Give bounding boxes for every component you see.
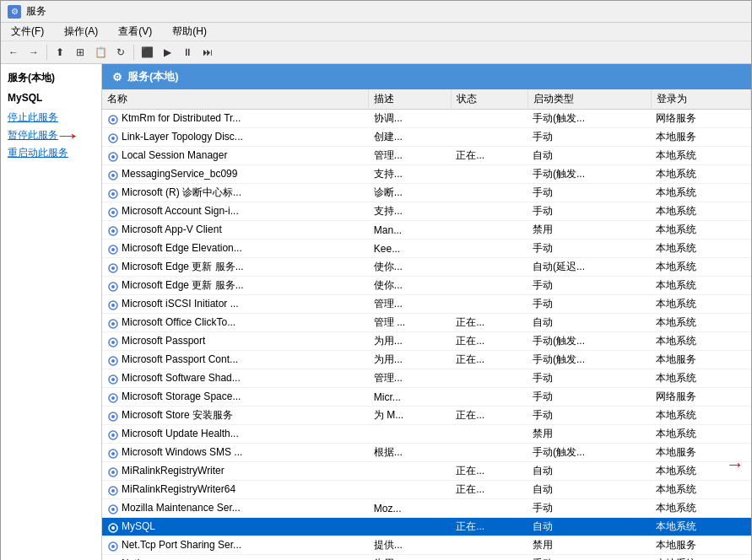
table-row[interactable]: Microsoft iSCSI Initiator ...管理...手动本地系统 bbox=[102, 295, 751, 314]
service-startup-cell: 自动(延迟... bbox=[527, 258, 651, 277]
service-name-cell: MySQL bbox=[102, 518, 369, 536]
table-row[interactable]: MiRalinkRegistryWriter64正在...自动本地系统 bbox=[102, 481, 751, 499]
service-startup-cell: 手动 bbox=[527, 369, 651, 388]
service-status-cell bbox=[451, 184, 527, 202]
svg-point-31 bbox=[111, 396, 115, 400]
pause-button[interactable]: ⏸ bbox=[178, 43, 197, 62]
table-row[interactable]: Microsoft Storage Space...Micr...手动网络服务 bbox=[102, 388, 751, 407]
service-login-cell: 本地系统 bbox=[651, 202, 750, 221]
table-row[interactable]: Local Session Manager管理...正在...自动本地系统 bbox=[102, 147, 751, 165]
col-startup[interactable]: 启动类型 bbox=[527, 89, 651, 110]
pause-service-link[interactable]: 暂停此服务 bbox=[8, 128, 95, 143]
show-map-button[interactable]: ⊞ bbox=[71, 43, 89, 62]
service-name-cell: Microsoft Store 安装服务 bbox=[102, 407, 369, 425]
up-button[interactable]: ⬆ bbox=[51, 43, 69, 62]
svg-point-23 bbox=[111, 322, 115, 326]
table-row[interactable]: MessagingService_bc099支持...手动(触发...本地系统 bbox=[102, 165, 751, 184]
service-login-cell: 本地系统 bbox=[651, 499, 750, 518]
table-row[interactable]: Microsoft Passport为用...正在...手动(触发...本地系统 bbox=[102, 332, 751, 351]
refresh-button[interactable]: ↻ bbox=[111, 43, 130, 62]
table-row[interactable]: Microsoft Passport Cont...为用...正在...手动(触… bbox=[102, 351, 751, 369]
svg-point-25 bbox=[111, 341, 115, 344]
service-icon bbox=[107, 521, 119, 533]
service-status-cell: 正在... bbox=[451, 481, 527, 499]
table-row[interactable]: MiRalinkRegistryWriter正在...自动本地系统 bbox=[102, 462, 751, 481]
arrow-right-indicator: → bbox=[726, 454, 744, 476]
service-desc-cell: 管理 ... bbox=[369, 314, 451, 332]
svg-point-29 bbox=[111, 378, 115, 381]
service-name-cell: Local Session Manager bbox=[102, 147, 369, 165]
table-row[interactable]: Microsoft App-V ClientMan...禁用本地系统 bbox=[102, 221, 751, 240]
service-desc-cell: 使你... bbox=[369, 258, 451, 277]
menu-action[interactable]: 操作(A) bbox=[61, 24, 101, 39]
play-button[interactable]: ▶ bbox=[158, 43, 176, 62]
service-status-cell bbox=[451, 240, 527, 258]
svg-point-21 bbox=[111, 304, 115, 307]
table-row[interactable]: MySQL正在...自动本地系统 bbox=[102, 518, 751, 536]
stop-service-link[interactable]: 停止此服务 bbox=[8, 110, 95, 125]
menu-bar: 文件(F) 操作(A) 查看(V) 帮助(H) bbox=[1, 23, 751, 41]
service-icon bbox=[107, 373, 119, 385]
restart-button[interactable]: ⏭ bbox=[198, 43, 217, 62]
service-name-cell: MiRalinkRegistryWriter bbox=[102, 462, 369, 481]
stop-button[interactable]: ⬛ bbox=[138, 43, 156, 62]
table-row[interactable]: KtmRm for Distributed Tr...协调...手动(触发...… bbox=[102, 110, 751, 128]
col-name[interactable]: 名称 bbox=[102, 89, 369, 110]
svg-point-45 bbox=[111, 526, 115, 530]
service-desc-cell: 提供... bbox=[369, 536, 451, 555]
service-login-cell: 本地系统 bbox=[651, 184, 750, 202]
service-desc-cell: 支持... bbox=[369, 165, 451, 184]
service-status-cell: 正在... bbox=[451, 314, 527, 332]
service-login-cell: 本地系统 bbox=[651, 258, 750, 277]
table-row[interactable]: Microsoft Update Health...禁用本地系统 bbox=[102, 425, 751, 444]
table-row[interactable]: Link-Layer Topology Disc...创建...手动本地服务 bbox=[102, 128, 751, 147]
table-row[interactable]: Netlogon为用...手动本地系统 bbox=[102, 555, 751, 561]
menu-help[interactable]: 帮助(H) bbox=[169, 24, 210, 39]
col-login[interactable]: 登录为 bbox=[651, 89, 750, 110]
service-login-cell: 本地系统 bbox=[651, 147, 750, 165]
forward-button[interactable]: → bbox=[24, 43, 43, 62]
service-status-cell bbox=[451, 536, 527, 555]
service-startup-cell: 手动 bbox=[527, 202, 651, 221]
table-row[interactable]: Net.Tcp Port Sharing Ser...提供...禁用本地服务 bbox=[102, 536, 751, 555]
svg-point-13 bbox=[111, 229, 115, 233]
svg-point-27 bbox=[111, 359, 115, 363]
service-login-cell: 本地系统 bbox=[651, 314, 750, 332]
table-row[interactable]: Microsoft Edge Elevation...Kee...手动本地系统 bbox=[102, 240, 751, 258]
col-desc[interactable]: 描述 bbox=[369, 89, 451, 110]
service-startup-cell: 手动 bbox=[527, 240, 651, 258]
table-row[interactable]: Microsoft Software Shad...管理...手动本地系统 bbox=[102, 369, 751, 388]
service-name-cell: Microsoft Account Sign-i... bbox=[102, 202, 369, 221]
service-login-cell: 本地系统 bbox=[651, 425, 750, 444]
back-button[interactable]: ← bbox=[4, 43, 23, 62]
service-desc-cell: 使你... bbox=[369, 277, 451, 295]
table-row[interactable]: Microsoft Windows SMS ...根据...手动(触发...本地… bbox=[102, 444, 751, 462]
table-row[interactable]: Microsoft Edge 更新 服务...使你...手动本地系统 bbox=[102, 277, 751, 295]
svg-point-37 bbox=[111, 452, 115, 455]
service-status-cell bbox=[451, 444, 527, 462]
service-name-cell: Microsoft Passport Cont... bbox=[102, 351, 369, 369]
table-row[interactable]: Microsoft Account Sign-i...支持...手动本地系统 bbox=[102, 202, 751, 221]
service-desc-cell bbox=[369, 462, 451, 481]
menu-view[interactable]: 查看(V) bbox=[115, 24, 155, 39]
table-header-row: 名称 描述 状态 启动类型 登录为 bbox=[102, 89, 751, 110]
menu-file[interactable]: 文件(F) bbox=[8, 24, 47, 39]
toolbar-sep-1 bbox=[46, 45, 47, 60]
properties-button[interactable]: 📋 bbox=[91, 43, 110, 62]
restart-service-link[interactable]: 重启动此服务 bbox=[8, 146, 95, 160]
table-row[interactable]: Microsoft (R) 诊断中心标...诊断...手动本地系统 bbox=[102, 184, 751, 202]
service-login-cell: 本地系统 bbox=[651, 369, 750, 388]
service-status-cell bbox=[451, 277, 527, 295]
service-login-cell: 本地系统 bbox=[651, 518, 750, 536]
services-table-scroll[interactable]: 名称 描述 状态 启动类型 登录为 KtmRm for Distributed … bbox=[102, 89, 751, 560]
table-row[interactable]: Microsoft Store 安装服务为 M...正在...手动本地系统 bbox=[102, 407, 751, 425]
svg-point-17 bbox=[111, 267, 115, 270]
service-startup-cell: 手动(触发... bbox=[527, 351, 651, 369]
col-status[interactable]: 状态 bbox=[451, 89, 527, 110]
service-desc-cell: Man... bbox=[369, 221, 451, 240]
svg-point-5 bbox=[111, 155, 115, 159]
table-row[interactable]: Microsoft Office ClickTo...管理 ...正在...自动… bbox=[102, 314, 751, 332]
table-row[interactable]: Microsoft Edge 更新 服务...使你...自动(延迟...本地系统 bbox=[102, 258, 751, 277]
service-icon bbox=[107, 540, 119, 552]
table-row[interactable]: Mozilla Maintenance Ser...Moz...手动本地系统 bbox=[102, 499, 751, 518]
